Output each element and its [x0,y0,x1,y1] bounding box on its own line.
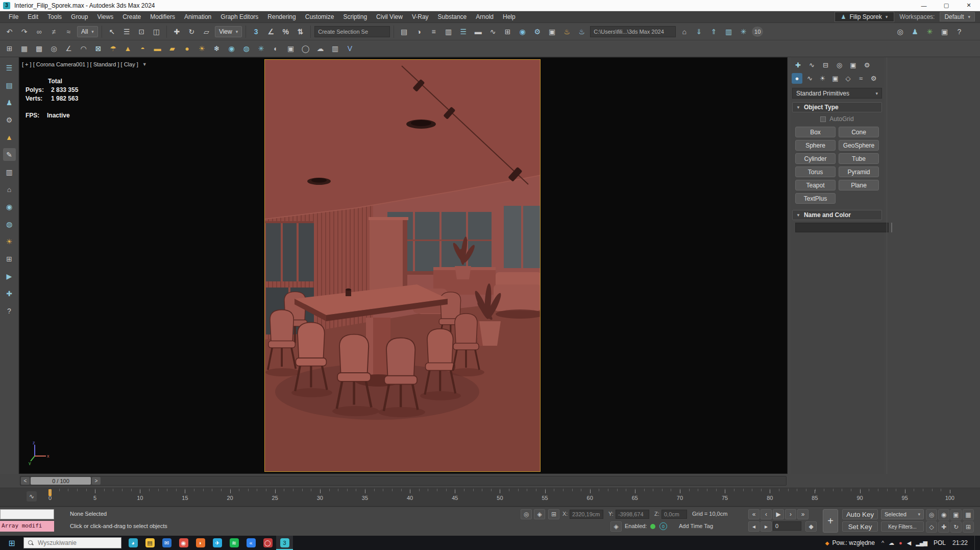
minimize-button[interactable]: — [913,0,935,11]
tab-utilities[interactable]: ⚙ [862,60,872,70]
category-lights[interactable]: ☀ [817,73,828,84]
tab-modify[interactable]: ∿ [806,60,817,70]
menu-item-16[interactable]: Help [498,12,520,22]
render-setup-icon[interactable]: ⚙ [531,25,544,38]
world-icon[interactable]: ◍ [3,218,16,230]
select-and-link-icon[interactable]: ∞ [33,25,45,38]
field-of-view-icon[interactable]: ◇ [926,521,937,533]
schematic-view-icon[interactable]: ⊞ [501,25,514,38]
play-button[interactable]: ▶ [773,509,784,519]
percent-snap-icon[interactable]: % [279,25,292,38]
auto-key-button[interactable]: Auto Key [842,509,878,519]
select-and-rotate-icon[interactable]: ↻ [185,25,198,38]
category-cameras[interactable]: ▣ [830,73,841,84]
umbrella-light-icon[interactable]: ☂ [107,42,119,55]
x-coordinate-field[interactable] [570,510,603,519]
category-geometry[interactable]: ● [792,73,802,84]
previous-key-button[interactable]: ‹ [761,509,772,519]
firefox-icon[interactable]: ◗ [192,536,209,550]
project-path-field[interactable] [590,26,676,37]
network-icon[interactable]: ▂▄▆ [916,540,927,546]
enabled-indicator[interactable] [650,524,655,529]
named-selection-set-combo[interactable] [314,26,390,37]
maximize-button[interactable]: ▢ [935,0,958,11]
align-icon[interactable]: ≡ [427,25,440,38]
create-key-button[interactable]: + [823,509,838,533]
character-icon[interactable]: ♟ [3,96,16,109]
start-button[interactable]: ⊞ [0,536,23,550]
import-icon[interactable]: ⇓ [693,25,705,38]
key-filters-button[interactable]: Key Filters... [881,521,924,532]
unlink-selection-icon[interactable]: ≠ [47,25,60,38]
file-explorer-icon[interactable]: ▤ [141,536,158,550]
close-button[interactable]: ✕ [958,0,980,11]
reference-coordinate-dropdown[interactable]: View ▾ [215,26,242,37]
recording-icon[interactable]: ● [899,540,902,546]
viewport-filter-icon[interactable]: ▼ [142,62,147,67]
help-icon[interactable]: ? [953,25,966,38]
select-and-move-icon[interactable]: ✚ [170,25,183,38]
primitive-button-3[interactable]: GeoSphere [839,140,879,151]
glass-sphere-icon[interactable]: ◉ [225,42,238,55]
show-desktop-button[interactable] [974,536,977,550]
edge-icon[interactable]: ◕ [125,536,141,550]
name-color-header[interactable]: ▼ Name and Color [792,210,882,220]
primitive-button-5[interactable]: Tube [839,153,879,164]
isolate-selection-icon[interactable]: ◎ [521,509,532,519]
tab-create[interactable]: ✚ [793,60,803,70]
sun-light-icon[interactable]: ☀ [195,42,208,55]
add-time-tag[interactable]: Add Time Tag [679,523,713,529]
snow-icon[interactable]: ❄ [210,42,223,55]
category-systems[interactable]: ⚙ [868,73,879,84]
rectangular-selection-icon[interactable]: ⊡ [135,25,148,38]
menu-item-3[interactable]: Group [66,12,92,22]
render-production-icon[interactable]: ♨ [560,25,573,38]
previous-frame-step-button[interactable]: ◂ [748,521,760,532]
go-to-start-button[interactable]: « [748,509,760,519]
tab-display[interactable]: ▣ [848,60,859,70]
arc-tool-icon[interactable]: ◠ [77,42,90,55]
onedrive-icon[interactable]: ☁ [889,540,894,546]
primitive-button-0[interactable]: Box [795,127,836,137]
mini-curve-editor-icon[interactable]: ∿ [27,491,37,501]
vray-toolbar-icon[interactable]: V [344,42,356,55]
category-spacewarps[interactable]: ≈ [855,73,866,84]
object-color-swatch[interactable] [891,223,892,232]
camera-viewport[interactable] [264,59,541,472]
layer-manager-icon[interactable]: ▥ [442,25,455,38]
language-indicator[interactable]: POL [934,539,946,546]
y-coordinate-field[interactable] [616,510,649,519]
hidden-icons-chevron[interactable]: ^ [881,540,884,546]
plane-light-icon[interactable]: ▰ [166,42,179,55]
previous-frame-button[interactable]: < [21,477,30,485]
tab-hierarchy[interactable]: ⊟ [820,60,831,70]
modeling-ribbon-icon[interactable]: ▦ [18,42,31,55]
curve-editor-icon[interactable]: ∿ [486,25,499,38]
chrome-icon[interactable]: ◉ [175,536,192,550]
menu-item-15[interactable]: Arnold [471,12,498,22]
cluster-icon[interactable]: ✳ [255,42,267,55]
telegram-icon[interactable]: ✈ [209,536,226,550]
zoom-icon[interactable]: ◎ [926,509,937,520]
category-helpers[interactable]: ◇ [843,73,853,84]
scene-explorer-icon[interactable]: ☰ [3,61,16,74]
scene-explorer-icon[interactable]: ☰ [457,25,470,38]
select-by-name-icon[interactable]: ☰ [120,25,133,38]
macro-recorder-line[interactable]: Array modifi [0,521,54,532]
time-slider-handle[interactable]: 0 / 100 [31,477,91,485]
primitive-category-dropdown[interactable]: Standard Primitives ▾ [792,88,882,99]
opera-icon[interactable]: ◯ [259,536,276,550]
cone-helper-icon[interactable]: ▲ [3,131,16,144]
menu-item-0[interactable]: File [4,12,23,22]
pan-icon[interactable]: ✚ [938,521,949,533]
rendered-frame-icon[interactable]: ▣ [546,25,558,38]
physical-camera-icon[interactable]: ▣ [284,42,297,55]
light-icon[interactable]: ☀ [3,235,16,248]
zoom-extents-icon[interactable]: ▣ [950,509,962,520]
volume-icon[interactable]: ◀ [907,540,911,546]
menu-item-8[interactable]: Graph Editors [216,12,263,22]
sphere-check-icon[interactable]: ◉ [3,200,16,213]
tab-motion[interactable]: ◎ [834,60,845,70]
security-tools-badge[interactable]: 10 [752,27,763,37]
spotify-icon[interactable]: ≋ [226,536,242,550]
